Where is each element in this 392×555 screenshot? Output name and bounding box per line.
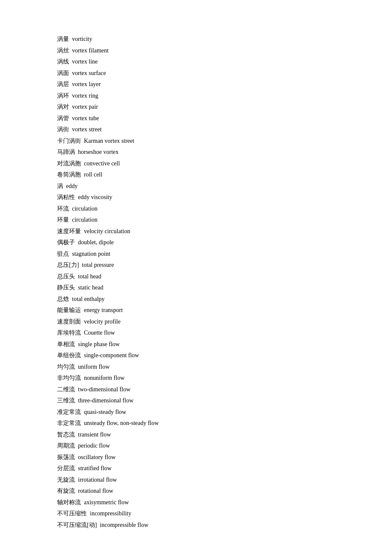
list-item: 涡粘性 eddy viscosity [57,192,335,203]
list-item: 涡丝 vortex filament [57,46,335,56]
list-item: 单组份流 single-component flow [57,350,335,361]
list-item: 涡环 vortex ring [57,91,335,101]
list-item: 准定常流 quasi-steady flow [57,407,335,418]
list-item: 卷筒涡胞 roll cell [57,170,335,180]
list-item: 速度环量 velocity circulation [57,226,335,237]
list-item: 振荡流 oscillatory flow [57,452,335,463]
list-item: 总压[力] total pressure [57,260,335,271]
list-item: 三维流 three-dimensional flow [57,396,335,406]
list-item: 分层流 stratified flow [57,463,335,474]
list-item: 能量输运 energy transport [57,305,335,316]
list-item: 速度剖面 velocity profile [57,317,335,327]
list-item: 涡 eddy [57,181,335,192]
list-item: 暂态流 transient flow [57,430,335,440]
list-item: 涡管 vortex tube [57,113,335,124]
list-item: 无旋流 irrotational flow [57,475,335,486]
list-item: 不可压缩性 incompressibility [57,509,335,519]
list-item: 单相流 single phase flow [57,339,335,350]
list-item: 非定常流 unsteady flow, non-steady flow [57,418,335,429]
list-item: 有旋流 rotational flow [57,486,335,497]
list-item: 总压头 total head [57,272,335,282]
list-item: 涡量 vorticity [57,34,335,45]
list-item: 均匀流 uniform flow [57,362,335,373]
list-item: 涡对 vortex pair [57,102,335,113]
list-item: 不可压缩流[动] incompressible flow [57,520,335,531]
list-item: 涡线 vortex line [57,57,335,67]
list-item: 偶极子 doublet, dipole [57,237,335,248]
list-item: 驻点 stagnation point [57,249,335,260]
list-item: 卡门涡街 Karman vortex street [57,136,335,147]
list-item: 二维流 two-dimensional flow [57,384,335,395]
list-item: 环量 circulation [57,215,335,225]
terminology-list: 涡量 vorticity涡丝 vortex filament涡线 vortex … [57,34,335,530]
list-item: 环流 circulation [57,204,335,214]
list-item: 周期流 periodic flow [57,441,335,451]
list-item: 涡层 vortex layer [57,79,335,90]
list-item: 总焓 total enthalpy [57,294,335,305]
list-item: 库埃特流 Couette flow [57,328,335,338]
list-item: 马蹄涡 horseshoe vortex [57,147,335,158]
list-item: 涡街 vortex street [57,124,335,135]
list-item: 涡面 vortex surface [57,68,335,79]
list-item: 静压头 static head [57,283,335,293]
list-item: 对流涡胞 convective cell [57,159,335,169]
list-item: 轴对称流 axisymmetric flow [57,497,335,508]
list-item: 非均匀流 nonuniform flow [57,373,335,384]
